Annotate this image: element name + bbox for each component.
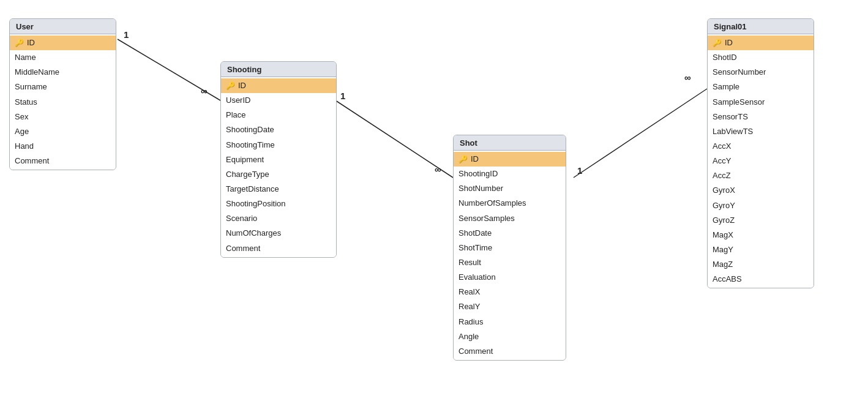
table-row: GyroZ (708, 213, 814, 228)
table-row: SensorSamples (454, 211, 566, 226)
table-user-header: User (10, 19, 116, 34)
table-row: ShotDate (454, 226, 566, 241)
relation-label-shot-inf: ∞ (435, 164, 441, 174)
table-row: Surname (10, 80, 116, 94)
table-shooting-header: Shooting (221, 62, 336, 77)
relation-label-shot-1: 1 (577, 165, 582, 176)
key-icon: 🔑 (713, 37, 722, 49)
table-row: ShootingDate (221, 122, 336, 137)
table-row: Sex (10, 110, 116, 124)
table-user: User 🔑 ID Name MiddleName Surname Status… (9, 18, 116, 170)
table-row: SensorTS (708, 110, 814, 124)
table-row: Hand (10, 139, 116, 154)
table-row: Radius (454, 315, 566, 329)
table-row: Status (10, 95, 116, 110)
relation-label-shooting-inf: ∞ (201, 86, 208, 96)
table-row: MagY (708, 242, 814, 257)
table-row: Comment (10, 154, 116, 168)
table-row: MagX (708, 228, 814, 242)
table-row: ShootingTime (221, 138, 336, 152)
table-shot-body: 🔑 ID ShootingID ShotNumber NumberOfSampl… (454, 151, 566, 360)
table-row: UserID (221, 93, 336, 108)
table-row: Name (10, 50, 116, 65)
key-icon: 🔑 (226, 80, 235, 92)
diagram-canvas: 1 ∞ 1 ∞ 1 ∞ User 🔑 ID Name MiddleName Su… (0, 0, 868, 420)
table-row: ShotNumber (454, 181, 566, 196)
table-row: MagZ (708, 257, 814, 272)
table-row: NumOfCharges (221, 226, 336, 241)
table-row: ShootingID (454, 167, 566, 181)
table-row: GyroX (708, 183, 814, 198)
key-icon: 🔑 (15, 37, 24, 49)
table-row: Evaluation (454, 270, 566, 285)
table-row: LabViewTS (708, 124, 814, 139)
relation-label-signal-inf: ∞ (684, 72, 691, 83)
relation-label-shooting-1: 1 (340, 91, 345, 101)
table-user-body: 🔑 ID Name MiddleName Surname Status Sex … (10, 34, 116, 170)
table-row: RealX (454, 285, 566, 299)
table-signal01: Signal01 🔑 ID ShotID SensorNumber Sample… (707, 18, 814, 288)
svg-line-2 (574, 89, 707, 178)
table-row: NumberOfSamples (454, 196, 566, 211)
table-row: GyroY (708, 198, 814, 213)
table-row: Angle (454, 329, 566, 344)
table-row: ChargeType (221, 167, 336, 182)
table-row: 🔑 ID (10, 36, 116, 50)
table-row: 🔑 ID (454, 152, 566, 167)
table-row: 🔑 ID (221, 78, 336, 93)
svg-line-1 (335, 100, 453, 178)
table-row: Comment (454, 344, 566, 359)
table-row: AccY (708, 154, 814, 168)
svg-line-0 (118, 39, 220, 100)
table-row: TargetDistance (221, 182, 336, 197)
table-shot-header: Shot (454, 135, 566, 151)
relation-label-user-1: 1 (124, 29, 129, 40)
key-icon: 🔑 (458, 154, 468, 165)
table-row: ShootingPosition (221, 197, 336, 211)
table-row: AccABS (708, 272, 814, 287)
table-row: SensorNumber (708, 65, 814, 80)
table-row: SampleSensor (708, 95, 814, 110)
table-signal01-header: Signal01 (708, 19, 814, 34)
table-shooting: Shooting 🔑 ID UserID Place ShootingDate … (220, 61, 337, 258)
table-row: ShotID (708, 50, 814, 65)
table-row: AccX (708, 139, 814, 154)
table-row: MiddleName (10, 65, 116, 80)
table-signal01-body: 🔑 ID ShotID SensorNumber Sample SampleSe… (708, 34, 814, 288)
table-shooting-body: 🔑 ID UserID Place ShootingDate ShootingT… (221, 77, 336, 257)
table-row: Result (454, 255, 566, 270)
table-row: 🔑 ID (708, 36, 814, 50)
table-row: Place (221, 108, 336, 122)
table-row: Comment (221, 241, 336, 256)
table-row: Equipment (221, 152, 336, 167)
table-shot: Shot 🔑 ID ShootingID ShotNumber NumberOf… (453, 135, 566, 361)
table-row: Age (10, 124, 116, 139)
table-row: ShotTime (454, 241, 566, 255)
table-row: Sample (708, 80, 814, 94)
table-row: RealY (454, 299, 566, 314)
table-row: AccZ (708, 168, 814, 183)
table-row: Scenario (221, 211, 336, 226)
